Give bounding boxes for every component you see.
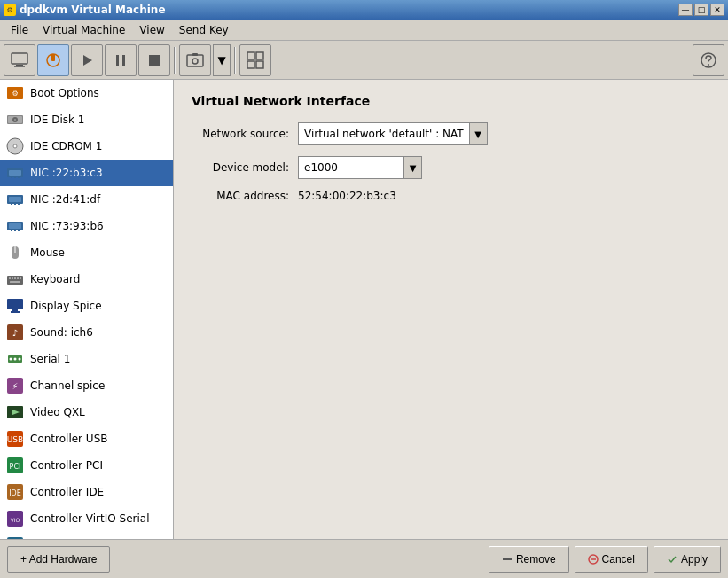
network-source-label: Network source:	[192, 128, 298, 140]
svg-text:♪: ♪	[12, 328, 18, 338]
toolbar-pause-button[interactable]	[105, 44, 137, 76]
toolbar-help-button[interactable]	[693, 44, 724, 76]
add-hardware-button[interactable]: + Add Hardware	[7, 546, 110, 573]
svg-rect-71	[7, 537, 23, 539]
sidebar-item-controller-ide[interactable]: IDE Controller IDE	[0, 479, 173, 505]
svg-rect-39	[14, 229, 16, 231]
sidebar-item-video-qxl[interactable]: Video QXL	[0, 399, 173, 426]
remove-button[interactable]: Remove	[489, 546, 569, 573]
sidebar-item-usb-redirector-1[interactable]: USB USB Redirector 1	[0, 532, 173, 539]
bottom-left: + Add Hardware	[7, 546, 481, 573]
svg-point-10	[192, 59, 198, 64]
sidebar-item-boot-options[interactable]: ⚙ Boot Options	[0, 80, 173, 106]
svg-rect-50	[7, 299, 23, 309]
svg-point-17	[708, 64, 709, 66]
sidebar-item-keyboard[interactable]: Keyboard	[0, 266, 173, 293]
svg-point-57	[14, 358, 17, 361]
nic-73-icon	[5, 216, 25, 236]
toolbar-snapshot-button[interactable]	[179, 44, 211, 76]
svg-rect-27	[9, 170, 21, 176]
svg-rect-49	[10, 281, 20, 283]
remove-label: Remove	[516, 553, 556, 566]
pause-icon	[111, 51, 130, 70]
stop-icon	[145, 51, 164, 70]
toolbar-extra-button[interactable]	[239, 44, 271, 76]
svg-rect-43	[7, 276, 23, 285]
help-icon	[699, 51, 718, 70]
apply-button[interactable]: Apply	[654, 546, 721, 573]
svg-rect-14	[247, 61, 254, 68]
svg-rect-12	[247, 52, 254, 59]
device-model-row: Device model: e1000 ▼	[192, 156, 710, 179]
sidebar-item-controller-virtio[interactable]: VIO Controller VirtIO Serial	[0, 505, 173, 532]
menu-view[interactable]: View	[132, 22, 171, 38]
svg-rect-51	[12, 309, 18, 311]
sidebar-item-sound[interactable]: ♪ Sound: ich6	[0, 319, 173, 346]
svg-rect-29	[14, 176, 16, 178]
menu-file[interactable]: File	[4, 22, 35, 38]
network-source-arrow[interactable]: ▼	[470, 122, 488, 145]
cancel-button[interactable]: Cancel	[575, 546, 648, 573]
detail-panel: Virtual Network Interface Network source…	[174, 80, 728, 539]
window-controls[interactable]: — □ ✕	[678, 4, 724, 16]
svg-text:⚙: ⚙	[12, 90, 18, 98]
menu-virtual-machine[interactable]: Virtual Machine	[35, 22, 132, 38]
network-source-value[interactable]: Virtual network 'default' : NAT	[298, 122, 470, 145]
toolbar: ▼	[0, 41, 728, 80]
network-source-row: Network source: Virtual network 'default…	[192, 122, 710, 145]
bottom-right: Remove Cancel Apply	[489, 546, 721, 573]
svg-point-23	[14, 119, 16, 121]
toolbar-dropdown-arrow[interactable]: ▼	[213, 44, 231, 76]
usb-redirector-1-icon: USB	[5, 535, 25, 539]
svg-marker-5	[83, 55, 92, 66]
sidebar-item-label: Keyboard	[30, 273, 80, 285]
sidebar-item-display-spice[interactable]: Display Spice	[0, 293, 173, 319]
detail-title: Virtual Network Interface	[192, 94, 710, 108]
sidebar-item-nic-22[interactable]: NIC :22:b3:c3	[0, 160, 173, 186]
close-button[interactable]: ✕	[710, 4, 724, 16]
titlebar: ⚙ dpdkvm Virtual Machine — □ ✕	[0, 0, 728, 20]
sidebar-item-label: NIC :22:b3:c3	[30, 167, 103, 179]
power-icon	[43, 51, 63, 70]
svg-rect-8	[149, 55, 160, 66]
sidebar-item-controller-usb[interactable]: USB Controller USB	[0, 426, 173, 452]
menu-send-key[interactable]: Send Key	[172, 22, 236, 38]
svg-rect-11	[192, 53, 198, 56]
sidebar-item-controller-pci[interactable]: PCI Controller PCI	[0, 452, 173, 479]
toolbar-play-button[interactable]	[71, 44, 103, 76]
sound-icon: ♪	[5, 323, 25, 342]
controller-ide-icon: IDE	[5, 482, 25, 502]
svg-text:VIO: VIO	[11, 517, 20, 523]
toolbar-power-button[interactable]	[37, 44, 69, 76]
monitor-icon	[10, 51, 29, 70]
svg-rect-35	[18, 202, 20, 205]
network-source-dropdown[interactable]: Virtual network 'default' : NAT ▼	[298, 122, 488, 145]
toolbar-monitor-button[interactable]	[4, 44, 35, 76]
maximize-button[interactable]: □	[694, 4, 708, 16]
device-model-value[interactable]: e1000	[298, 156, 404, 179]
svg-rect-6	[116, 55, 119, 66]
svg-rect-4	[51, 54, 55, 61]
play-icon	[77, 51, 97, 70]
device-model-label: Device model:	[192, 161, 298, 174]
svg-rect-44	[9, 277, 11, 279]
remove-icon	[502, 554, 513, 565]
svg-rect-38	[11, 229, 12, 231]
cancel-icon	[588, 554, 599, 565]
sidebar-item-ide-cdrom-1[interactable]: IDE CDROM 1	[0, 133, 173, 160]
svg-rect-47	[17, 277, 19, 279]
sidebar-item-nic-73[interactable]: NIC :73:93:b6	[0, 213, 173, 239]
sidebar-item-channel-spice[interactable]: ⚡ Channel spice	[0, 372, 173, 399]
device-model-arrow[interactable]: ▼	[404, 156, 422, 179]
sidebar-item-nic-2d[interactable]: NIC :2d:41:df	[0, 186, 173, 213]
sidebar-item-mouse[interactable]: Mouse	[0, 239, 173, 266]
sidebar-item-label: IDE CDROM 1	[30, 140, 102, 152]
toolbar-stop-button[interactable]	[138, 44, 170, 76]
sidebar-item-serial-1[interactable]: Serial 1	[0, 346, 173, 372]
minimize-button[interactable]: —	[678, 4, 693, 16]
device-model-dropdown[interactable]: e1000 ▼	[298, 156, 422, 179]
svg-text:⚡: ⚡	[12, 381, 18, 391]
svg-rect-46	[14, 277, 16, 279]
svg-rect-0	[12, 53, 27, 64]
sidebar-item-ide-disk-1[interactable]: IDE Disk 1	[0, 106, 173, 133]
